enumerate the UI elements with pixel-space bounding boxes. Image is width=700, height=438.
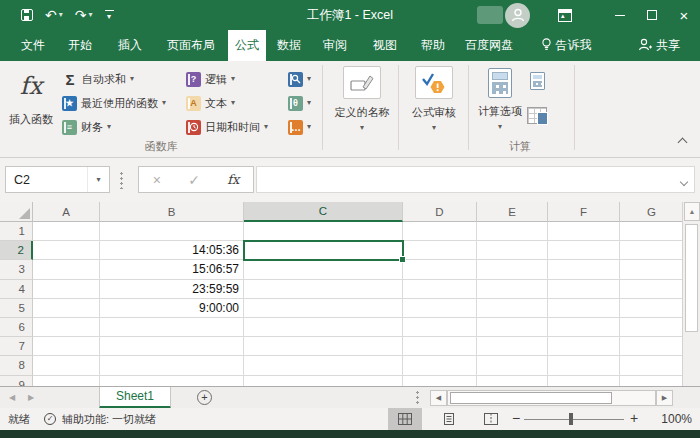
cell-A1[interactable] — [33, 222, 100, 241]
scroll-right-icon[interactable]: ▶ — [656, 390, 673, 406]
cell-B8[interactable] — [100, 356, 244, 375]
redo-button[interactable]: ↷▾ — [72, 0, 96, 30]
tab-file[interactable]: 文件 — [10, 30, 56, 61]
tab-review[interactable]: 审阅 — [314, 30, 356, 61]
text-functions-button[interactable]: A 文本 ▾ — [186, 92, 235, 114]
cell-F9[interactable] — [548, 376, 620, 387]
tab-baidu-netdisk[interactable]: 百度网盘 — [458, 30, 520, 61]
zoom-slider-handle[interactable] — [569, 413, 573, 425]
row-header-9[interactable]: 9 — [0, 376, 33, 387]
ribbon-display-options-icon[interactable] — [558, 9, 572, 22]
customize-quick-access-button[interactable]: ▾ — [102, 0, 117, 30]
user-avatar[interactable] — [505, 3, 530, 28]
previous-sheet-icon[interactable]: ◀ — [9, 387, 15, 409]
horizontal-scrollbar-thumb[interactable] — [450, 392, 612, 404]
cell-E8[interactable] — [477, 356, 548, 375]
normal-view-button[interactable] — [388, 408, 422, 430]
formula-auditing-button[interactable]: 公式审核 ▾ — [402, 66, 466, 132]
cell-E4[interactable] — [477, 280, 548, 299]
tab-data[interactable]: 数据 — [268, 30, 310, 61]
row-header-2[interactable]: 2 — [0, 241, 33, 260]
cell-F3[interactable] — [548, 260, 620, 279]
tab-view[interactable]: 视图 — [364, 30, 406, 61]
confirm-entry-button[interactable]: ✓ — [188, 172, 200, 188]
cell-G2[interactable] — [620, 241, 684, 260]
math-trig-button[interactable]: θ ▾ — [288, 92, 311, 114]
cell-B7[interactable] — [100, 337, 244, 356]
cell-F7[interactable] — [548, 337, 620, 356]
cell-E3[interactable] — [477, 260, 548, 279]
cell-B4[interactable]: 23:59:59 — [100, 280, 244, 299]
cell-C1[interactable] — [244, 222, 403, 241]
cell-A5[interactable] — [33, 299, 100, 318]
cell-B2[interactable]: 14:05:36 — [100, 241, 244, 260]
zoom-out-button[interactable]: − — [512, 408, 520, 430]
cancel-entry-button[interactable]: × — [153, 172, 161, 188]
insert-function-fx-button[interactable]: fx — [227, 172, 239, 187]
column-header-C[interactable]: C — [244, 202, 403, 222]
logical-button[interactable]: ? 逻辑 ▾ — [186, 68, 235, 90]
tab-formulas[interactable]: 公式 — [228, 30, 266, 61]
cell-D6[interactable] — [403, 318, 477, 337]
tab-insert[interactable]: 插入 — [108, 30, 152, 61]
cell-B9[interactable] — [100, 376, 244, 387]
cell-G4[interactable] — [620, 280, 684, 299]
cell-B6[interactable] — [100, 318, 244, 337]
cell-B5[interactable]: 9:00:00 — [100, 299, 244, 318]
vertical-scrollbar-thumb[interactable] — [685, 224, 698, 332]
column-header-E[interactable]: E — [477, 202, 548, 222]
name-box[interactable]: C2 ▾ — [5, 166, 110, 193]
cell-E9[interactable] — [477, 376, 548, 387]
cell-F2[interactable] — [548, 241, 620, 260]
name-box-resize-handle[interactable] — [120, 171, 123, 189]
cell-A9[interactable] — [33, 376, 100, 387]
insert-function-button[interactable]: fx 插入函数 — [4, 66, 58, 142]
cell-B1[interactable] — [100, 222, 244, 241]
cell-E2[interactable] — [477, 241, 548, 260]
horizontal-scrollbar[interactable] — [447, 390, 656, 406]
cell-D2[interactable] — [403, 241, 477, 260]
cell-A6[interactable] — [33, 318, 100, 337]
formula-input[interactable] — [256, 166, 695, 193]
collapse-ribbon-button[interactable] — [678, 138, 688, 148]
cell-G8[interactable] — [620, 356, 684, 375]
cell-D7[interactable] — [403, 337, 477, 356]
row-header-1[interactable]: 1 — [0, 222, 33, 241]
cell-D9[interactable] — [403, 376, 477, 387]
cell-G5[interactable] — [620, 299, 684, 318]
minimize-button[interactable] — [604, 0, 636, 30]
row-header-8[interactable]: 8 — [0, 356, 33, 375]
lookup-reference-button[interactable]: ▾ — [288, 68, 311, 90]
zoom-level[interactable]: 100% — [646, 408, 692, 430]
cell-D5[interactable] — [403, 299, 477, 318]
cell-C8[interactable] — [244, 356, 403, 375]
close-button[interactable]: × — [668, 0, 700, 30]
cell-E1[interactable] — [477, 222, 548, 241]
select-all-corner[interactable] — [0, 202, 33, 222]
cell-D3[interactable] — [403, 260, 477, 279]
column-header-B[interactable]: B — [100, 202, 244, 222]
row-header-4[interactable]: 4 — [0, 280, 33, 299]
column-header-F[interactable]: F — [548, 202, 620, 222]
cell-C5[interactable] — [244, 299, 403, 318]
cell-C4[interactable] — [244, 280, 403, 299]
undo-button[interactable]: ↶▾ — [42, 0, 66, 30]
page-break-preview-button[interactable] — [474, 408, 508, 430]
cell-A3[interactable] — [33, 260, 100, 279]
name-box-caret-icon[interactable]: ▾ — [87, 167, 109, 192]
cell-G9[interactable] — [620, 376, 684, 387]
zoom-in-button[interactable]: + — [630, 408, 638, 430]
defined-names-button[interactable]: 定义的名称 ▾ — [327, 66, 397, 132]
date-time-button[interactable]: 日期和时间 ▾ — [186, 116, 268, 138]
cell-C3[interactable] — [244, 260, 403, 279]
save-button[interactable] — [18, 0, 36, 30]
tab-home[interactable]: 开始 — [58, 30, 102, 61]
cell-A7[interactable] — [33, 337, 100, 356]
page-layout-view-button[interactable] — [432, 408, 466, 430]
tab-help[interactable]: 帮助 — [412, 30, 454, 61]
more-functions-button[interactable]: … ▾ — [288, 116, 311, 138]
cell-selection-outline[interactable] — [243, 240, 404, 261]
cell-C7[interactable] — [244, 337, 403, 356]
row-header-6[interactable]: 6 — [0, 318, 33, 337]
cell-D8[interactable] — [403, 356, 477, 375]
